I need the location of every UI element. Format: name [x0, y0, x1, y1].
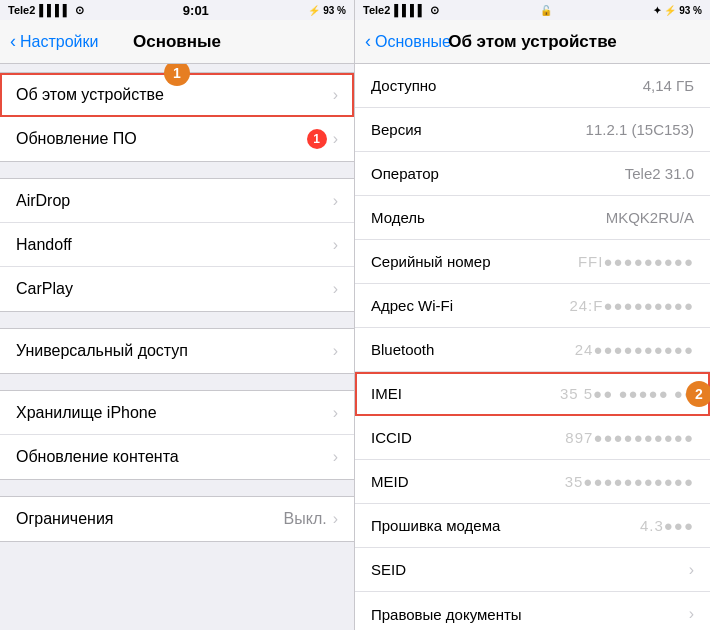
left-storage-chevron: ›: [333, 404, 338, 422]
left-group-2: AirDrop › Handoff › CarPlay ›: [0, 178, 354, 312]
left-settings-content: Об этом устройстве › 1 Обновление ПО 1 ›: [0, 64, 354, 630]
left-group-5: Ограничения Выкл. ›: [0, 496, 354, 542]
left-accessibility-chevron: ›: [333, 342, 338, 360]
left-back-button[interactable]: ‹ Настройки: [10, 31, 98, 52]
left-item-handoff[interactable]: Handoff ›: [0, 223, 354, 267]
right-status-bar: Tele2 ▌▌▌▌ ⊙ 🔓 ✦ ⚡ 93 %: [355, 0, 710, 20]
left-update-chevron: ›: [333, 130, 338, 148]
left-group-3: Универсальный доступ ›: [0, 328, 354, 374]
left-storage-label: Хранилище iPhone: [16, 404, 333, 422]
left-time: 9:01: [183, 3, 209, 18]
right-detail-group: Доступно 4,14 ГБ Версия 11.2.1 (15C153) …: [355, 64, 710, 630]
left-back-label: Настройки: [20, 33, 98, 51]
right-row-version: Версия 11.2.1 (15C153): [355, 108, 710, 152]
right-row-available: Доступно 4,14 ГБ: [355, 64, 710, 108]
left-signal: ▌▌▌▌: [39, 4, 70, 16]
left-handoff-chevron: ›: [333, 236, 338, 254]
right-row-imei: IMEI 35 5●● ●●●●● ●● 2: [355, 372, 710, 416]
right-row-operator: Оператор Tele2 31.0: [355, 152, 710, 196]
right-carrier: Tele2: [363, 4, 390, 16]
left-restrictions-chevron: ›: [333, 510, 338, 528]
left-item-bg-refresh[interactable]: Обновление контента ›: [0, 435, 354, 479]
right-row-legal[interactable]: Правовые документы ›: [355, 592, 710, 630]
left-item-accessibility[interactable]: Универсальный доступ ›: [0, 329, 354, 373]
left-bg-refresh-label: Обновление контента: [16, 448, 333, 466]
left-software-update-label: Обновление ПО: [16, 130, 307, 148]
step2-badge: 2: [686, 381, 710, 407]
left-item-airdrop[interactable]: AirDrop ›: [0, 179, 354, 223]
left-item-storage[interactable]: Хранилище iPhone ›: [0, 391, 354, 435]
right-back-chevron: ‹: [365, 31, 371, 52]
right-nav-header: ‹ Основные Об этом устройстве: [355, 20, 710, 64]
left-battery: 93 %: [323, 5, 346, 16]
left-battery-icon: ⚡: [308, 5, 320, 16]
right-row-bluetooth: Bluetooth 24●●●●●●●●●●: [355, 328, 710, 372]
left-item-about[interactable]: Об этом устройстве › 1: [0, 73, 354, 117]
seid-chevron: ›: [689, 561, 694, 579]
right-wifi-icon: ⊙: [430, 4, 439, 17]
left-about-chevron: ›: [333, 86, 338, 104]
left-airdrop-label: AirDrop: [16, 192, 333, 210]
right-signal: ▌▌▌▌: [394, 4, 425, 16]
left-about-label: Об этом устройстве: [16, 86, 333, 104]
left-carrier: Tele2: [8, 4, 35, 16]
left-handoff-label: Handoff: [16, 236, 333, 254]
right-back-label: Основные: [375, 33, 451, 51]
left-item-restrictions[interactable]: Ограничения Выкл. ›: [0, 497, 354, 541]
right-nav-title: Об этом устройстве: [448, 32, 617, 52]
left-item-software-update[interactable]: Обновление ПО 1 ›: [0, 117, 354, 161]
left-nav-header: ‹ Настройки Основные: [0, 20, 354, 64]
right-bt-icon: ✦: [653, 5, 661, 16]
left-restrictions-value: Выкл.: [284, 510, 327, 528]
left-carplay-chevron: ›: [333, 280, 338, 298]
right-lock-status: 🔓: [540, 5, 552, 16]
left-item-carplay[interactable]: CarPlay ›: [0, 267, 354, 311]
right-row-seid[interactable]: SEID ›: [355, 548, 710, 592]
left-nav-title: Основные: [133, 32, 221, 52]
left-panel: Tele2 ▌▌▌▌ ⊙ 9:01 ⚡ 93 % ‹ Настройки Осн…: [0, 0, 355, 630]
left-badge-1: 1: [307, 129, 327, 149]
right-row-meid: MEID 35●●●●●●●●●●●: [355, 460, 710, 504]
left-back-chevron: ‹: [10, 31, 16, 52]
step1-badge: 1: [164, 64, 190, 86]
right-back-button[interactable]: ‹ Основные: [365, 31, 451, 52]
right-row-iccid: ICCID 897●●●●●●●●●●: [355, 416, 710, 460]
left-restrictions-label: Ограничения: [16, 510, 284, 528]
right-row-modem: Прошивка модема 4.3●●●: [355, 504, 710, 548]
right-row-model: Модель MKQK2RU/A: [355, 196, 710, 240]
left-group-4: Хранилище iPhone › Обновление контента ›: [0, 390, 354, 480]
left-wifi-icon: ⊙: [75, 4, 84, 17]
left-airdrop-chevron: ›: [333, 192, 338, 210]
right-row-serial: Серийный номер FFI●●●●●●●●●: [355, 240, 710, 284]
right-battery: 93 %: [679, 5, 702, 16]
right-battery-icon: ⚡: [664, 5, 676, 16]
left-carplay-label: CarPlay: [16, 280, 333, 298]
right-panel: Tele2 ▌▌▌▌ ⊙ 🔓 ✦ ⚡ 93 % ‹ Основные Об эт…: [355, 0, 710, 630]
left-bg-refresh-chevron: ›: [333, 448, 338, 466]
left-group-1: Об этом устройстве › 1 Обновление ПО 1 ›: [0, 72, 354, 162]
right-detail-content: Доступно 4,14 ГБ Версия 11.2.1 (15C153) …: [355, 64, 710, 630]
left-status-bar: Tele2 ▌▌▌▌ ⊙ 9:01 ⚡ 93 %: [0, 0, 354, 20]
left-accessibility-label: Универсальный доступ: [16, 342, 333, 360]
right-row-wifi: Адрес Wi-Fi 24:F●●●●●●●●●: [355, 284, 710, 328]
legal-chevron: ›: [689, 605, 694, 623]
